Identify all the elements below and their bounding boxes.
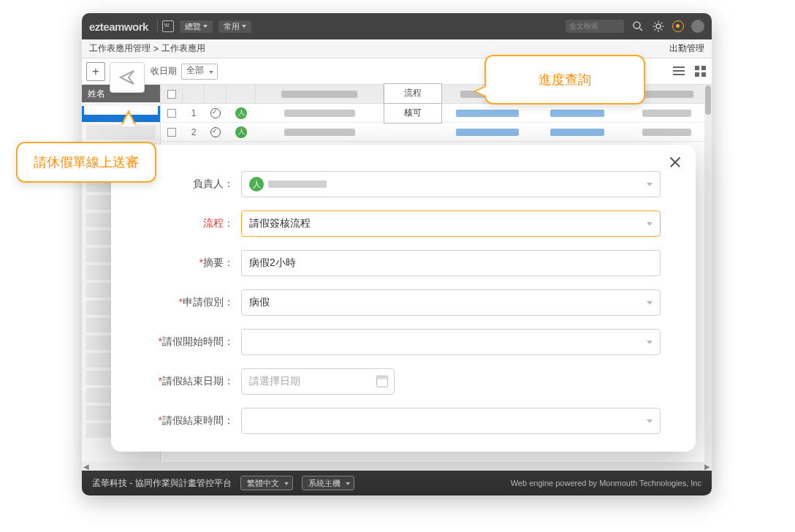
- callout-progress: 進度查詢: [484, 55, 645, 104]
- chevron-down-icon: [647, 341, 653, 344]
- chevron-down-icon: [647, 222, 653, 226]
- leave-form-dialog: 負責人： 人 流程： 請假簽核流程 *摘要： 病假2小時: [111, 145, 696, 452]
- date-filter-value: 全部: [186, 65, 204, 75]
- process-value: 請假簽核流程: [249, 217, 311, 230]
- leave-type-label: *申請假別：: [146, 296, 241, 309]
- chevron-down-icon: [647, 183, 653, 186]
- search-placeholder: 全文檢索: [569, 21, 598, 31]
- leave-type-select[interactable]: 病假: [241, 289, 661, 316]
- user-avatar-icon: 人: [235, 107, 247, 119]
- user-avatar-icon: 人: [235, 126, 247, 138]
- list-view-icon[interactable]: [672, 65, 685, 78]
- menu-overview[interactable]: 總覽: [180, 20, 213, 33]
- calendar-icon: [376, 376, 388, 387]
- footer: 孟華科技 - 協同作業與計畫管控平台 繁體中文 系統主機 Web engine …: [82, 471, 712, 495]
- language-value: 繁體中文: [247, 478, 279, 489]
- divider: [157, 20, 158, 33]
- date-filter-label: 收日期: [151, 65, 177, 77]
- date-filter-select[interactable]: 全部: [181, 64, 218, 80]
- start-time-label: *請假開始時間：: [146, 335, 241, 349]
- svg-rect-7: [701, 66, 706, 70]
- chevron-down-icon: [209, 71, 213, 74]
- search-icon[interactable]: [631, 20, 644, 33]
- breadcrumb-current: 工作表應用: [161, 42, 205, 55]
- send-icon: [118, 69, 136, 86]
- host-select[interactable]: 系統主機: [302, 476, 354, 490]
- row-number: 2: [183, 127, 205, 137]
- search-input[interactable]: 全文檢索: [566, 20, 624, 33]
- end-time-select[interactable]: [241, 408, 661, 434]
- user-avatar-icon[interactable]: [691, 20, 704, 33]
- svg-rect-4: [673, 70, 685, 72]
- approve-dropdown[interactable]: 核可: [384, 103, 442, 123]
- svg-rect-5: [673, 74, 685, 75]
- notification-icon[interactable]: [672, 20, 684, 32]
- start-time-select[interactable]: [241, 329, 661, 355]
- table-row[interactable]: 1 人 核可: [161, 104, 712, 123]
- attendance-button[interactable]: 出勤管理: [669, 42, 704, 55]
- chevron-down-icon: [242, 25, 246, 28]
- summary-input[interactable]: 病假2小時: [241, 250, 661, 276]
- send-button[interactable]: [110, 62, 145, 93]
- app-logo: ezteamwork: [89, 20, 148, 33]
- sidebar-item[interactable]: [86, 125, 156, 140]
- column-process[interactable]: 流程: [384, 83, 442, 104]
- row-checkbox[interactable]: [167, 109, 176, 118]
- summary-label: *摘要：: [146, 256, 241, 270]
- close-button[interactable]: [668, 155, 682, 170]
- process-label: 流程：: [146, 217, 241, 230]
- approve-label: 核可: [404, 107, 422, 119]
- language-select[interactable]: 繁體中文: [240, 476, 293, 490]
- end-date-input[interactable]: 請選擇日期: [241, 368, 395, 395]
- callout-progress-text: 進度查詢: [539, 72, 591, 87]
- scroll-right-icon[interactable]: ▶: [703, 463, 712, 471]
- status-icon: [210, 127, 221, 137]
- end-date-placeholder: 請選擇日期: [249, 375, 300, 388]
- host-value: 系統主機: [308, 478, 341, 489]
- svg-point-0: [634, 22, 640, 28]
- chevron-down-icon: [346, 482, 350, 485]
- app-header: ezteamwork 總覽 常用 全文檢索: [82, 13, 712, 39]
- owner-label: 負責人：: [146, 178, 241, 191]
- end-date-label: *請假結束日期：: [146, 375, 241, 388]
- owner-field[interactable]: 人: [241, 171, 661, 197]
- summary-value: 病假2小時: [249, 256, 296, 270]
- svg-rect-9: [701, 72, 706, 77]
- chevron-down-icon: [203, 25, 208, 28]
- svg-point-2: [656, 24, 661, 28]
- chevron-down-icon: [647, 419, 653, 423]
- row-checkbox[interactable]: [167, 128, 176, 137]
- svg-rect-6: [695, 66, 699, 70]
- callout-send-text: 請休假單線上送審: [34, 155, 139, 170]
- svg-line-1: [639, 28, 642, 31]
- row-number: 1: [183, 108, 205, 118]
- breadcrumb-parent[interactable]: 工作表應用管理: [89, 42, 151, 55]
- menu-common[interactable]: 常用: [218, 20, 251, 33]
- status-icon: [210, 108, 221, 118]
- vertical-scrollbar[interactable]: [704, 85, 712, 471]
- gear-icon[interactable]: [652, 20, 665, 33]
- svg-rect-3: [673, 66, 685, 68]
- footer-company: 孟華科技 - 協同作業與計畫管控平台: [92, 477, 232, 490]
- breadcrumb-sep: >: [153, 44, 159, 54]
- footer-credit: Web engine powered by Monmouth Technolog…: [511, 479, 701, 487]
- callout-send: 請休假單線上送審: [16, 142, 156, 183]
- horizontal-scrollbar[interactable]: ◀ ▶: [82, 462, 712, 471]
- leave-type-value: 病假: [249, 296, 270, 309]
- owner-name-placeholder: [268, 180, 327, 188]
- document-icon[interactable]: [162, 20, 174, 32]
- chevron-down-icon: [647, 301, 653, 305]
- svg-rect-8: [695, 72, 699, 77]
- user-avatar-icon: 人: [249, 177, 264, 191]
- menu-overview-label: 總覽: [185, 21, 201, 32]
- table-row[interactable]: 2 人: [161, 123, 712, 142]
- end-time-label: *請假結束時間：: [146, 414, 241, 428]
- chevron-down-icon: [284, 482, 289, 485]
- scroll-left-icon[interactable]: ◀: [82, 463, 91, 471]
- menu-common-label: 常用: [224, 21, 240, 32]
- select-all-checkbox[interactable]: [167, 90, 176, 99]
- process-select[interactable]: 請假簽核流程: [241, 210, 661, 237]
- grid-view-icon[interactable]: [694, 65, 707, 78]
- add-button[interactable]: +: [86, 62, 105, 81]
